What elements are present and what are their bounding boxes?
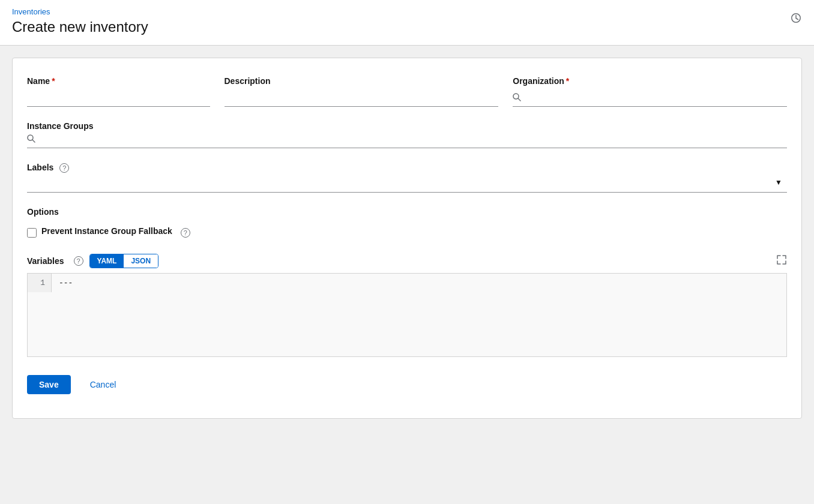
instance-groups-input[interactable] <box>39 131 787 148</box>
labels-label: Labels ? <box>27 163 69 172</box>
organization-group: Organization* Default <box>513 76 787 107</box>
cancel-button[interactable]: Cancel <box>78 375 128 394</box>
form-actions: Save Cancel <box>27 375 787 394</box>
labels-select[interactable] <box>27 173 787 192</box>
format-toggle: YAML JSON <box>89 254 159 268</box>
yaml-button[interactable]: YAML <box>90 254 124 268</box>
create-inventory-form: Name* Description Organization* <box>12 58 802 419</box>
expand-editor-button[interactable] <box>776 254 787 268</box>
description-label: Description <box>225 76 499 86</box>
prevent-instance-group-fallback-row: Prevent Instance Group Fallback ? <box>27 226 787 239</box>
labels-help-icon[interactable]: ? <box>59 163 69 173</box>
organization-label: Organization* <box>513 76 787 86</box>
history-button[interactable] <box>790 12 802 27</box>
organization-input[interactable]: Default <box>526 89 787 106</box>
name-input[interactable] <box>27 89 210 107</box>
breadcrumb[interactable]: Inventories <box>12 7 802 16</box>
prevent-instance-group-fallback-label: Prevent Instance Group Fallback <box>41 226 172 236</box>
json-button[interactable]: JSON <box>124 254 158 268</box>
variables-editor[interactable]: 1 --- <box>27 273 787 357</box>
prevent-fallback-help-icon[interactable]: ? <box>181 228 190 238</box>
description-input[interactable] <box>225 89 499 107</box>
instance-groups-section: Instance Groups <box>27 121 787 148</box>
variables-label: Variables <box>27 256 64 266</box>
variables-help-icon[interactable]: ? <box>74 256 83 266</box>
variables-section: Variables ? YAML JSON 1 --- <box>27 254 787 357</box>
labels-section: Labels ? ▼ <box>27 163 787 193</box>
save-button[interactable]: Save <box>27 375 71 394</box>
options-section: Options Prevent Instance Group Fallback … <box>27 207 787 239</box>
prevent-instance-group-fallback-checkbox[interactable] <box>27 228 37 238</box>
description-group: Description <box>225 76 499 107</box>
instance-groups-search-icon <box>27 134 35 145</box>
instance-groups-label: Instance Groups <box>27 121 93 131</box>
name-label: Name* <box>27 76 210 86</box>
page-title: Create new inventory <box>12 19 802 35</box>
svg-line-3 <box>32 140 35 142</box>
code-content[interactable]: --- <box>52 274 786 292</box>
svg-line-1 <box>518 98 520 101</box>
org-search-icon[interactable] <box>513 93 521 103</box>
name-group: Name* <box>27 76 210 107</box>
options-label: Options <box>27 207 787 217</box>
line-numbers: 1 <box>28 274 52 292</box>
